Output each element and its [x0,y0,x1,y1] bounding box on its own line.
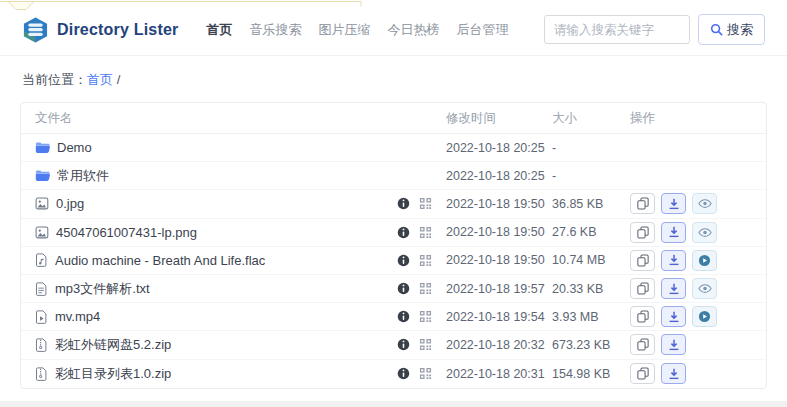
search-icon [710,23,723,36]
modified-time: 2022-10-18 19:50 [446,225,552,239]
download-button[interactable] [661,334,686,355]
copy-link-button[interactable] [630,222,655,243]
info-icon[interactable] [397,282,410,295]
modified-time: 2022-10-18 20:25 [446,169,552,183]
copy-link-button[interactable] [630,193,655,214]
info-icon[interactable] [397,254,410,267]
search-input[interactable] [544,15,690,44]
modified-time: 2022-10-18 19:50 [446,253,552,267]
nav-item-home[interactable]: 首页 [206,21,232,39]
modified-time: 2022-10-18 19:54 [446,310,552,324]
file-size: 3.93 MB [552,310,630,324]
file-name-cell: Demo [35,140,446,155]
image-file-icon [35,197,49,210]
qrcode-icon[interactable] [419,254,432,267]
row-actions [630,363,752,384]
copy-link-button[interactable] [630,306,655,327]
play-button[interactable] [692,250,717,271]
preview-button[interactable] [692,278,717,299]
file-name-link[interactable]: Audio machine - Breath And Life.flac [55,253,265,268]
file-size: - [552,141,630,155]
info-icon[interactable] [397,310,410,323]
folder-icon [35,169,50,182]
row-actions [630,278,752,299]
download-button[interactable] [661,222,686,243]
info-icon[interactable] [397,338,410,351]
file-meta-icons [397,226,432,239]
file-name-link[interactable]: 彩虹外链网盘5.2.zip [55,336,171,354]
copy-link-button[interactable] [630,250,655,271]
file-meta-icons [397,282,432,295]
file-size: 10.74 MB [552,253,630,267]
preview-button[interactable] [692,193,717,214]
breadcrumb-label: 当前位置： [22,72,87,87]
file-name-link[interactable]: mv.mp4 [55,309,100,324]
main-nav: 首页 音乐搜索 图片压缩 今日热榜 后台管理 [206,21,508,39]
download-button[interactable] [661,363,686,384]
audio-file-icon [35,253,48,267]
app-logo-icon [22,17,49,43]
download-button[interactable] [661,278,686,299]
info-icon[interactable] [397,367,410,380]
info-icon[interactable] [397,197,410,210]
file-table-body: Demo 2022-10-18 20:25 - 常用软件 2022-10-18 … [21,134,766,388]
download-button[interactable] [661,250,686,271]
archive-file-icon [35,367,48,381]
file-name-cell: 彩虹外链网盘5.2.zip [35,336,446,354]
table-row: 0.jpg 2022-10-18 19:50 36.85 KB [21,190,766,218]
nav-item-admin[interactable]: 后台管理 [456,21,508,39]
copy-link-button[interactable] [630,334,655,355]
file-meta-icons [397,310,432,323]
row-actions [630,193,752,214]
play-button[interactable] [692,306,717,327]
file-size: 36.85 KB [552,197,630,211]
breadcrumb-home-link[interactable]: 首页 [87,72,113,87]
download-button[interactable] [661,306,686,327]
archive-file-icon [35,338,48,352]
qrcode-icon[interactable] [419,310,432,323]
col-header-size: 大小 [552,110,630,127]
search-button-label: 搜索 [727,21,753,39]
file-name-cell: mv.mp4 [35,309,446,324]
file-name-link[interactable]: mp3文件解析.txt [55,280,150,298]
modified-time: 2022-10-18 19:50 [446,197,552,211]
col-header-filename: 文件名 [35,110,446,127]
file-meta-icons [397,254,432,267]
file-name-link[interactable]: 彩虹目录列表1.0.zip [55,365,171,383]
search-box: 搜索 [544,14,765,45]
row-actions [630,222,752,243]
qrcode-icon[interactable] [419,367,432,380]
download-button[interactable] [661,193,686,214]
file-meta-icons [397,197,432,210]
modified-time: 2022-10-18 20:32 [446,338,552,352]
file-name-cell: 45047061007431-lp.png [35,225,446,240]
file-size: - [552,169,630,183]
brand[interactable]: Directory Lister [22,17,178,43]
file-name-link[interactable]: 45047061007431-lp.png [56,225,197,240]
footer-strip [0,401,787,407]
qrcode-icon[interactable] [419,282,432,295]
nav-item-hot-list[interactable]: 今日热榜 [387,21,439,39]
table-row: Audio machine - Breath And Life.flac 202… [21,247,766,275]
video-file-icon [35,310,48,324]
copy-link-button[interactable] [630,278,655,299]
file-name-cell: 常用软件 [35,167,446,185]
qrcode-icon[interactable] [419,338,432,351]
file-name-link[interactable]: 0.jpg [56,196,84,211]
file-name-link[interactable]: 常用软件 [57,167,109,185]
info-icon[interactable] [397,226,410,239]
qrcode-icon[interactable] [419,197,432,210]
nav-item-image-compress[interactable]: 图片压缩 [318,21,370,39]
copy-link-button[interactable] [630,363,655,384]
preview-button[interactable] [692,222,717,243]
nav-item-music-search[interactable]: 音乐搜索 [249,21,301,39]
table-header: 文件名 修改时间 大小 操作 [21,103,766,134]
brand-name: Directory Lister [57,21,178,39]
table-row: 彩虹目录列表1.0.zip 2022-10-18 20:31 154.98 KB [21,360,766,388]
search-button[interactable]: 搜索 [698,14,765,45]
file-name-cell: 0.jpg [35,196,446,211]
qrcode-icon[interactable] [419,226,432,239]
file-name-link[interactable]: Demo [57,140,92,155]
image-file-icon [35,226,49,239]
table-row: 彩虹外链网盘5.2.zip 2022-10-18 20:32 673.23 KB [21,331,766,359]
